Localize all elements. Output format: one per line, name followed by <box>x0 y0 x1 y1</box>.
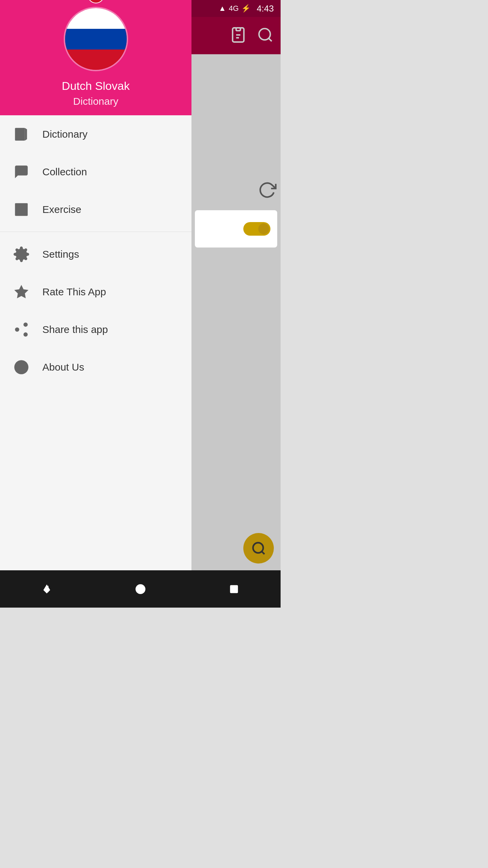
svg-point-3 <box>253 542 263 553</box>
toggle-knob <box>258 223 269 234</box>
rate-icon <box>12 282 30 301</box>
settings-label: Settings <box>42 249 79 260</box>
svg-line-17 <box>19 331 23 333</box>
svg-rect-5 <box>15 128 25 141</box>
flag-white-stripe <box>65 8 127 29</box>
flag-blue-stripe <box>65 29 127 50</box>
svg-point-25 <box>135 584 145 594</box>
rate-label: Rate This App <box>42 286 106 298</box>
share-icon <box>12 320 30 339</box>
menu-item-exercise[interactable]: Exercise <box>0 191 191 228</box>
toggle-switch[interactable] <box>243 222 270 236</box>
menu-divider <box>0 232 191 232</box>
battery-icon: ⚡ <box>241 4 250 13</box>
flag-logo <box>64 7 128 71</box>
search-fab[interactable] <box>243 533 274 564</box>
svg-line-4 <box>262 551 264 554</box>
dictionary-label: Dictionary <box>42 129 87 140</box>
svg-line-18 <box>19 326 23 328</box>
svg-point-7 <box>22 169 24 171</box>
signal-icon: ▲ <box>219 4 226 13</box>
refresh-button[interactable] <box>257 180 277 200</box>
drawer-menu: Dictionary Collection <box>0 115 191 608</box>
chat-icon <box>12 162 30 181</box>
gear-icon <box>12 245 30 263</box>
menu-item-dictionary[interactable]: Dictionary <box>0 115 191 153</box>
menu-item-collection[interactable]: Collection <box>0 153 191 191</box>
about-label: About Us <box>42 361 84 373</box>
right-content-area <box>191 54 281 570</box>
toggle-card <box>195 210 277 248</box>
nav-drawer: Dutch Slovak Dictionary Dictionary <box>0 0 191 608</box>
flag-red-stripe <box>65 50 127 70</box>
menu-item-rate[interactable]: Rate This App <box>0 273 191 311</box>
clock: 4:43 <box>257 3 274 14</box>
search-icon[interactable] <box>257 26 274 45</box>
svg-rect-0 <box>236 28 241 31</box>
back-button[interactable] <box>33 575 60 603</box>
clipboard-icon[interactable] <box>230 26 247 45</box>
svg-line-2 <box>269 38 272 41</box>
svg-point-1 <box>259 28 270 40</box>
svg-rect-8 <box>15 203 28 216</box>
toolbar <box>191 17 281 54</box>
svg-rect-26 <box>230 585 238 593</box>
svg-point-6 <box>18 169 20 171</box>
app-subtitle: Dictionary <box>62 94 129 108</box>
info-icon <box>12 358 30 376</box>
list-icon <box>12 200 30 219</box>
book-icon <box>12 125 30 143</box>
svg-marker-13 <box>14 285 28 298</box>
collection-label: Collection <box>42 166 87 178</box>
recents-button[interactable] <box>220 575 247 603</box>
drawer-header: Dutch Slovak Dictionary <box>0 0 191 115</box>
nav-bar <box>0 570 281 608</box>
exercise-label: Exercise <box>42 204 81 215</box>
app-name-container: Dutch Slovak Dictionary <box>62 78 129 108</box>
share-label: Share this app <box>42 324 108 335</box>
svg-point-15 <box>15 327 19 332</box>
signal-text: 4G <box>229 4 239 13</box>
app-title: Dutch Slovak <box>62 78 129 94</box>
menu-item-about[interactable]: About Us <box>0 348 191 386</box>
status-icons: ▲ 4G ⚡ 4:43 <box>219 3 274 14</box>
menu-item-share[interactable]: Share this app <box>0 311 191 348</box>
svg-point-14 <box>23 322 28 327</box>
svg-point-16 <box>23 332 28 337</box>
home-button[interactable] <box>127 575 154 603</box>
menu-item-settings[interactable]: Settings <box>0 235 191 273</box>
